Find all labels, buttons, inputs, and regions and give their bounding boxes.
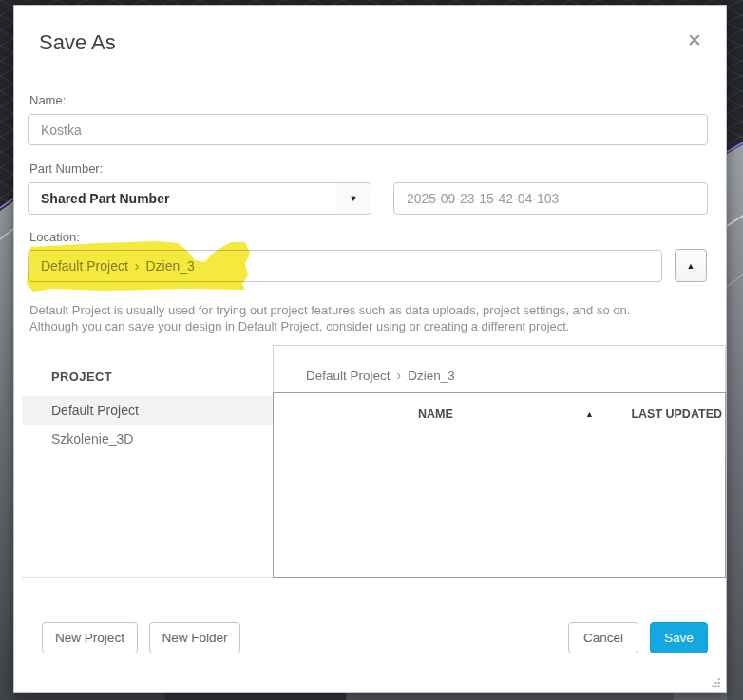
chevron-right-icon: › bbox=[397, 368, 402, 383]
name-input[interactable] bbox=[28, 114, 708, 145]
file-table: NAME ▲ LAST UPDATED bbox=[273, 392, 726, 578]
chevron-up-icon: ▲ bbox=[687, 261, 695, 271]
breadcrumb-folder[interactable]: Dzien_3 bbox=[408, 369, 455, 383]
part-number-type-value: Shared Part Number bbox=[29, 191, 336, 206]
part-number-input[interactable] bbox=[393, 182, 708, 215]
breadcrumb: Default Project›Dzien_3 bbox=[306, 368, 455, 383]
default-project-help-line1: Default Project is usually used for tryi… bbox=[29, 302, 706, 318]
location-project: Default Project bbox=[41, 258, 128, 274]
location-folder: Dzien_3 bbox=[146, 258, 195, 274]
column-header-last-updated[interactable]: LAST UPDATED bbox=[631, 407, 722, 421]
location-input[interactable]: Default Project › Dzien_3 bbox=[28, 250, 662, 282]
part-number-label: Part Number: bbox=[29, 161, 103, 176]
project-item-szkolenie-3d[interactable]: Szkolenie_3D bbox=[22, 425, 273, 453]
chevron-right-icon: › bbox=[135, 258, 140, 274]
cancel-button[interactable]: Cancel bbox=[568, 622, 638, 653]
part-number-type-select[interactable]: Shared Part Number ▼ bbox=[28, 182, 372, 215]
default-project-help-line2: Although you can save your design in Def… bbox=[29, 318, 706, 334]
folder-browser-panel: Default Project›Dzien_3 NAME ▲ LAST UPDA… bbox=[273, 345, 726, 578]
close-icon[interactable]: ✕ bbox=[682, 28, 707, 53]
chevron-down-icon: ▼ bbox=[336, 183, 371, 214]
resize-grip[interactable] bbox=[712, 678, 720, 687]
new-project-button[interactable]: New Project bbox=[42, 622, 138, 653]
location-label: Location: bbox=[29, 230, 80, 244]
save-button[interactable]: Save bbox=[650, 622, 708, 653]
header-divider bbox=[14, 85, 726, 85]
project-item-default-project[interactable]: Default Project bbox=[22, 396, 273, 425]
sort-ascending-icon[interactable]: ▲ bbox=[585, 409, 594, 419]
collapse-browser-button[interactable]: ▲ bbox=[675, 249, 707, 282]
column-header-name[interactable]: NAME bbox=[418, 407, 453, 421]
project-list: Default Project Szkolenie_3D bbox=[22, 396, 273, 453]
save-as-dialog: Save As ✕ Name: Part Number: Shared Part… bbox=[13, 5, 727, 693]
project-column-header: PROJECT bbox=[51, 369, 112, 384]
name-label: Name: bbox=[29, 93, 66, 107]
breadcrumb-project[interactable]: Default Project bbox=[306, 369, 391, 383]
project-list-panel: PROJECT Default Project Szkolenie_3D bbox=[22, 345, 273, 578]
new-folder-button[interactable]: New Folder bbox=[149, 622, 240, 653]
dialog-title: Save As bbox=[39, 30, 116, 55]
